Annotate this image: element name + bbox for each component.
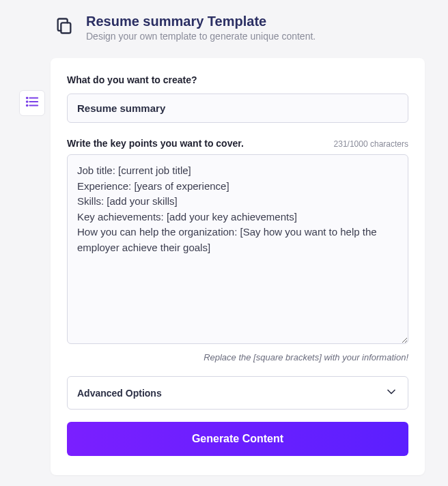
generate-content-button[interactable]: Generate Content xyxy=(67,422,408,456)
char-counter: 231/1000 characters xyxy=(334,139,408,149)
advanced-options-toggle[interactable]: Advanced Options xyxy=(67,376,408,410)
template-card: What do you want to create? Write the ke… xyxy=(51,58,425,475)
create-label: What do you want to create? xyxy=(67,74,408,85)
chevron-down-icon xyxy=(384,385,398,401)
side-list-button[interactable] xyxy=(19,90,45,116)
keypoints-textarea[interactable] xyxy=(67,154,408,344)
copy-icon xyxy=(55,14,74,38)
svg-point-3 xyxy=(27,101,28,102)
page-header: Resume summary Template Design your own … xyxy=(0,0,448,48)
hint-text: Replace the [square brackets] with your … xyxy=(67,352,408,362)
page-subtitle: Design your own template to generate uni… xyxy=(86,31,316,42)
svg-rect-0 xyxy=(61,23,70,33)
list-icon xyxy=(25,94,40,112)
create-input[interactable] xyxy=(67,94,408,123)
svg-point-1 xyxy=(27,98,28,99)
svg-point-5 xyxy=(27,105,28,106)
page-title: Resume summary Template xyxy=(86,14,316,29)
advanced-options-label: Advanced Options xyxy=(77,388,162,399)
keypoints-label: Write the key points you want to cover. xyxy=(67,138,244,149)
